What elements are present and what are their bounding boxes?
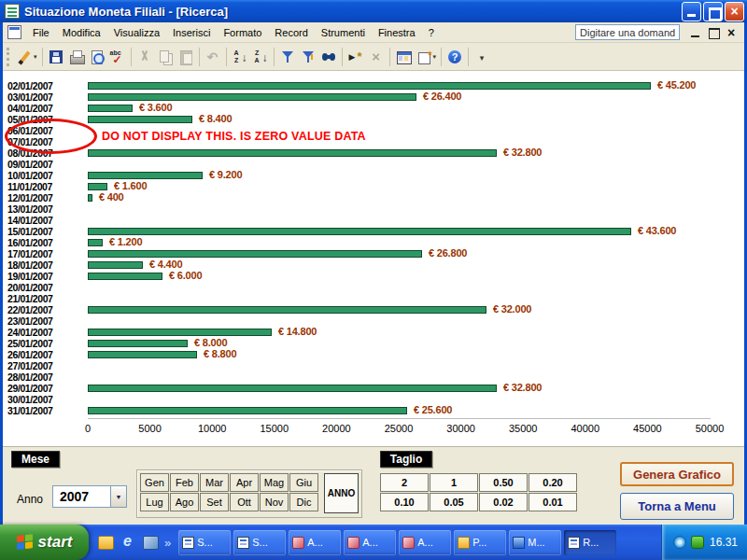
antivirus-icon[interactable] [691,536,704,549]
anno-value[interactable]: 2007 [53,486,110,507]
menu-item-strumenti[interactable]: Strumenti [315,23,372,42]
task-label: S... [252,537,268,548]
combo-arrow-icon[interactable]: ▼ [110,486,126,507]
filter-by-form-button[interactable] [298,46,318,68]
month-button-mag[interactable]: Mag [260,473,289,492]
task-button[interactable]: S... [178,530,231,555]
print-button[interactable] [66,46,87,68]
month-button-apr[interactable]: Apr [230,473,259,492]
taglio-button-0-02[interactable]: 0.02 [479,493,528,511]
mdi-restore-button[interactable] [705,25,722,40]
spelling-button[interactable] [107,46,128,68]
new-object-button[interactable]: ▾ [414,46,439,68]
anno-label: Anno [17,493,43,506]
save-button[interactable] [46,46,66,68]
access-doc-icon [237,537,249,549]
cut-button [134,46,155,68]
internet-explorer-icon[interactable] [120,536,136,550]
taglio-button-0-01[interactable]: 0.01 [529,493,577,511]
toolbar-options-button[interactable] [472,46,492,68]
taglio-button-1[interactable]: 1 [430,473,478,492]
task-button[interactable]: S... [233,530,286,555]
bar-value-label: € 6.000 [169,271,202,281]
view-edit-button[interactable]: ▾ [14,46,39,68]
window-title: Situazione Moneta Filiali - [Ricerca] [24,5,682,19]
y-axis-date-label: 28/01/2007 [7,372,53,382]
menu-item-inserisci[interactable]: Inserisci [166,23,217,42]
task-button[interactable]: A... [344,530,396,555]
undo-icon [204,49,221,65]
task-button[interactable]: A... [399,530,451,555]
menu-item-formato[interactable]: Formato [217,23,268,42]
month-button-mar[interactable]: Mar [200,473,229,492]
task-label: A... [362,537,378,548]
menu-item-visualizza[interactable]: Visualizza [107,23,166,42]
paste-button [176,46,196,68]
menu-item-file[interactable]: File [26,23,56,42]
anno-button[interactable]: ANNO [324,473,359,513]
task-button[interactable]: A... [289,530,341,555]
taglio-button-0-05[interactable]: 0.05 [430,493,478,511]
network-icon[interactable] [673,536,686,549]
chart-row: 17/01/2007€ 26.800 [3,248,744,259]
month-button-set[interactable]: Set [200,493,229,511]
task-label: A... [417,537,433,548]
month-button-ott[interactable]: Ott [230,493,259,511]
month-button-feb[interactable]: Feb [170,473,199,492]
mdi-minimize-button[interactable] [687,25,704,40]
month-button-gen[interactable]: Gen [140,473,169,492]
chart-row: 08/01/2007€ 32.800 [3,147,744,159]
minimize-button[interactable] [682,2,701,21]
menu-item-finestra[interactable]: Finestra [372,23,422,42]
filter-by-form-icon [300,49,317,65]
anno-combobox[interactable]: 2007 ▼ [52,485,127,508]
menu-item-record[interactable]: Record [268,23,314,42]
filter-by-selection-button[interactable] [277,46,298,68]
month-button-ago[interactable]: Ago [170,493,199,511]
app-blue-icon [513,537,525,549]
start-button[interactable]: start [0,525,89,560]
help-button[interactable] [444,46,465,68]
taglio-button-0-50[interactable]: 0.50 [479,473,528,492]
y-axis-date-label: 24/01/2007 [7,328,53,337]
taglio-button-0-10[interactable]: 0.10 [380,493,429,511]
title-bar: Situazione Moneta Filiali - [Ricerca] × [0,0,747,22]
database-window-button[interactable] [393,46,414,68]
tray-icons [673,536,704,549]
bar-value-label: € 25.600 [414,405,452,415]
torna-a-menu-button[interactable]: Torna a Menu [620,493,734,520]
menu-item-modifica[interactable]: Modifica [56,23,107,42]
task-button[interactable]: M... [509,530,561,555]
new-record-button[interactable] [345,46,366,68]
taglio-button-2[interactable]: 2 [380,473,429,492]
month-button-nov[interactable]: Nov [260,493,289,511]
toolbar-separator [131,48,132,66]
find-button[interactable] [318,46,339,68]
copy-icon [157,49,174,65]
month-button-lug[interactable]: Lug [140,493,169,511]
task-button[interactable]: R... [564,530,616,555]
month-button-giu[interactable]: Giu [289,473,318,492]
show-desktop-icon[interactable] [143,536,159,550]
question-input[interactable] [575,24,680,40]
sort-descending-button[interactable] [250,46,271,68]
help-icon [446,49,463,65]
mdi-close-button[interactable] [723,25,740,40]
bar [88,407,407,414]
close-button[interactable]: × [725,2,744,21]
maximize-button[interactable] [703,2,723,21]
undo-button [203,46,223,68]
y-axis-date-label: 02/01/2007 [7,81,53,91]
print-preview-button[interactable] [87,46,107,68]
month-button-dic[interactable]: Dic [289,493,318,511]
sort-ascending-button[interactable] [230,46,250,68]
genera-grafico-button[interactable]: Genera Grafico [620,462,734,486]
chevron-more-icon[interactable]: » [164,536,175,550]
chart-row: 23/01/2007 [3,315,744,327]
y-axis-date-label: 23/01/2007 [7,316,53,326]
task-button[interactable]: P... [454,530,506,555]
folder-icon[interactable] [98,536,114,550]
delete-record-icon [368,49,385,65]
menu-item-help[interactable]: ? [422,23,441,42]
taglio-button-0-20[interactable]: 0.20 [529,473,577,492]
